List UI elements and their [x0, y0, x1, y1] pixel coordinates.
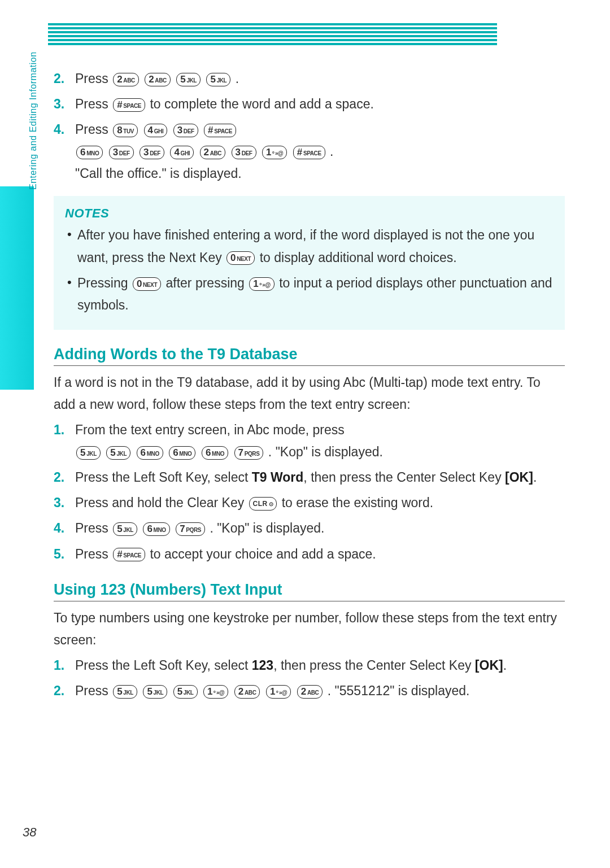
section-intro: If a word is not in the T9 database, add… [54, 372, 565, 416]
step-number: 4. [54, 517, 64, 539]
key-4ghi: 4GHI [170, 146, 194, 159]
header-rules [48, 0, 497, 45]
text: Press the Left Soft Key, select [75, 470, 252, 485]
section-intro: To type numbers using one keystroke per … [54, 607, 565, 651]
step-4: 4. Press 5JKL 6MNO 7PQRS . "Kop" is disp… [54, 517, 565, 539]
bold-text: [OK] [505, 470, 533, 485]
key-2abc: 2ABC [297, 685, 323, 699]
key-hash-space: #SPACE [204, 124, 236, 137]
step-number: 1. [54, 419, 64, 441]
text: to complete the word and add a space. [150, 97, 373, 111]
section-title-123: Using 123 (Numbers) Text Input [54, 581, 565, 601]
key-0next: 0NEXT [226, 251, 255, 265]
notes-box: NOTES After you have finished entering a… [54, 196, 565, 329]
step-number: 2. [54, 680, 64, 702]
text: . [503, 658, 507, 673]
key-1sym: 1º »@ [203, 685, 229, 699]
key-2abc: 2ABC [145, 73, 171, 86]
text: Press [75, 547, 112, 561]
bold-text: 123 [252, 658, 273, 673]
page-number: 38 [23, 825, 36, 840]
key-2abc: 2ABC [200, 146, 226, 159]
key-5jkl: 5JKL [76, 446, 101, 460]
section-title-t9: Adding Words to the T9 Database [54, 346, 565, 366]
key-hash-space: #SPACE [293, 146, 325, 159]
key-7pqrs: 7PQRS [234, 446, 264, 460]
text: , then press the Center Select Key [273, 658, 475, 673]
key-6mno: 6MNO [143, 522, 169, 536]
key-clr: CLR⊙ [249, 497, 277, 511]
text: Press [75, 521, 112, 535]
text: . [330, 144, 333, 159]
key-7pqrs: 7PQRS [176, 522, 205, 536]
step-1: 1. Press the Left Soft Key, select 123, … [54, 655, 565, 677]
text: Press [75, 683, 112, 698]
step-2: 2. Press 2ABC 2ABC 5JKL 5JKL . [54, 68, 565, 90]
key-5jkl: 5JKL [143, 685, 167, 699]
notes-title: NOTES [65, 206, 554, 221]
text: . [236, 71, 239, 86]
text: after pressing [166, 276, 249, 290]
key-6mno: 6MNO [202, 446, 228, 460]
step-3: 3. Press #SPACE to complete the word and… [54, 93, 565, 115]
key-3def: 3DEF [109, 146, 134, 159]
key-0next: 0NEXT [133, 277, 161, 291]
step-2: 2. Press the Left Soft Key, select T9 Wo… [54, 466, 565, 488]
text: . "5551212" is displayed. [328, 683, 470, 698]
text: Press [75, 122, 112, 137]
step-1: 1. From the text entry screen, in Abc mo… [54, 419, 565, 463]
text: From the text entry screen, in Abc mode,… [75, 422, 345, 437]
step-number: 1. [54, 655, 64, 677]
result-text: "Call the office." is displayed. [75, 166, 242, 181]
key-3def: 3DEF [173, 124, 198, 137]
step-4: 4. Press 8TUV 4GHI 3DEF #SPACE 6MNO 3DEF… [54, 119, 565, 185]
key-5jkl: 5JKL [176, 73, 201, 86]
key-2abc: 2ABC [234, 685, 260, 699]
step-5: 5. Press #SPACE to accept your choice an… [54, 543, 565, 565]
note-item: After you have finished entering a word,… [65, 224, 554, 268]
text: . [533, 470, 537, 485]
key-5jkl: 5JKL [113, 522, 137, 536]
key-5jkl: 5JKL [106, 446, 130, 460]
text: . "Kop" is displayed. [268, 444, 383, 459]
text: , then press the Center Select Key [303, 470, 505, 485]
key-1sym: 1º »@ [262, 146, 287, 159]
key-hash-space: #SPACE [113, 548, 145, 561]
key-3def: 3DEF [140, 146, 164, 159]
key-3def: 3DEF [232, 146, 256, 159]
key-2abc: 2ABC [113, 73, 139, 86]
step-3: 3. Press and hold the Clear Key CLR⊙ to … [54, 492, 565, 514]
side-tab-label: Entering and Editing Information [28, 51, 38, 190]
step-number: 5. [54, 543, 64, 565]
key-5jkl: 5JKL [206, 73, 230, 86]
step-2: 2. Press 5JKL 5JKL 5JKL 1º »@ 2ABC 1º »@… [54, 680, 565, 702]
text: Press [75, 71, 112, 86]
sectiona-steps: 1. From the text entry screen, in Abc mo… [54, 419, 565, 565]
bold-text: T9 Word [252, 470, 304, 485]
key-1sym: 1º »@ [266, 685, 291, 699]
key-6mno: 6MNO [76, 146, 103, 159]
step-number: 2. [54, 68, 64, 90]
key-1sym: 1º »@ [249, 277, 274, 291]
text: to erase the existing word. [282, 495, 433, 510]
bold-text: [OK] [475, 658, 503, 673]
top-step-list: 2. Press 2ABC 2ABC 5JKL 5JKL . 3. Press … [54, 68, 565, 185]
text: to accept your choice and add a space. [150, 547, 376, 561]
text: . "Kop" is displayed. [210, 521, 324, 535]
note-item: Pressing 0NEXT after pressing 1º »@ to i… [65, 272, 554, 316]
key-5jkl: 5JKL [173, 685, 198, 699]
key-5jkl: 5JKL [113, 685, 137, 699]
text: Press [75, 97, 112, 111]
text: Pressing [77, 276, 132, 290]
key-8tuv: 8TUV [113, 124, 138, 137]
text: to display additional word choices. [260, 250, 457, 265]
step-number: 3. [54, 492, 64, 514]
sectionb-steps: 1. Press the Left Soft Key, select 123, … [54, 655, 565, 702]
step-number: 3. [54, 93, 64, 115]
key-hash-space: #SPACE [113, 98, 145, 112]
key-6mno: 6MNO [137, 446, 163, 460]
key-4ghi: 4GHI [144, 124, 168, 137]
step-number: 2. [54, 466, 64, 488]
side-tab [0, 186, 34, 390]
key-6mno: 6MNO [169, 446, 195, 460]
